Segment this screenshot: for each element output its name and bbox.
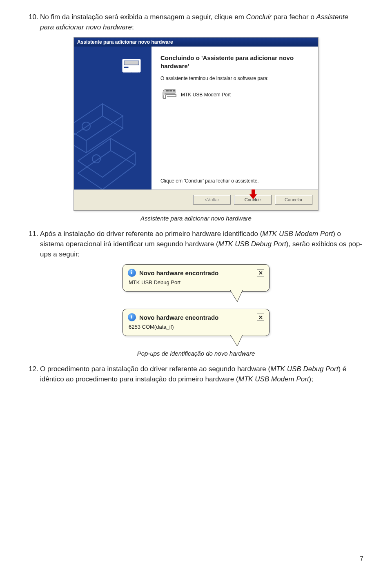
figure-caption-2: Pop-ups de identificação do novo hardwar… bbox=[29, 350, 363, 357]
wizard-subtext: O assistente terminou de instalar o soft… bbox=[160, 76, 309, 81]
hardware-name: MTK USB Modem Port bbox=[262, 230, 333, 238]
svg-rect-4 bbox=[124, 61, 139, 65]
step-12: 12. O procedimento para instalação do dr… bbox=[29, 364, 363, 384]
device-name: MTK USB Modem Port bbox=[181, 92, 231, 98]
wizard-device-row: MTK USB Modem Port bbox=[162, 88, 309, 101]
wizard-button-row: < Voltar Concluir Cancelar bbox=[74, 189, 318, 210]
back-mnemonic: V bbox=[207, 197, 210, 202]
red-arrow-indicator bbox=[249, 189, 257, 199]
step-text: O procedimento para instalação do driver… bbox=[40, 364, 363, 384]
step-number: 12. bbox=[29, 364, 40, 384]
balloon-title: Novo hardware encontrado bbox=[139, 269, 254, 276]
wizard-body: Concluindo o 'Assistente para adicionar … bbox=[74, 47, 318, 189]
back-button[interactable]: < Voltar bbox=[193, 195, 231, 205]
wizard-titlebar: Assistente para adicionar novo hardware bbox=[74, 38, 318, 47]
wizard-content: Concluindo o 'Assistente para adicionar … bbox=[151, 47, 318, 189]
svg-rect-6 bbox=[166, 90, 169, 91]
balloon-header: Novo hardware encontrado ✕ bbox=[128, 313, 264, 321]
text-part: O procedimento para instalação do driver… bbox=[40, 365, 270, 373]
text-part: No fim da instalação será exibida a mens… bbox=[40, 13, 246, 21]
svg-rect-5 bbox=[124, 67, 128, 68]
text-part: para fechar o bbox=[272, 13, 316, 21]
close-icon[interactable]: ✕ bbox=[257, 314, 264, 321]
page-number: 7 bbox=[360, 555, 363, 563]
modem-icon bbox=[162, 88, 177, 101]
info-icon bbox=[128, 313, 136, 321]
figure-caption-1: Assistente para adicionar novo hardware bbox=[29, 215, 363, 222]
hardware-wizard-dialog: Assistente para adicionar novo hardware bbox=[74, 37, 318, 211]
popup-screenshots: Novo hardware encontrado ✕ MTK USB Debug… bbox=[29, 264, 363, 346]
balloon-tail bbox=[228, 290, 245, 303]
svg-rect-7 bbox=[169, 90, 172, 91]
balloon-popup-2: Novo hardware encontrado ✕ 6253 COM(data… bbox=[122, 309, 270, 336]
step-11: 11. Após a instalação do driver referent… bbox=[29, 229, 363, 259]
text-part: Após a instalação do driver referente ao… bbox=[40, 230, 262, 238]
hardware-name: MTK USB Modem Port bbox=[238, 375, 309, 383]
hardware-name: MTK USB Debug Port bbox=[218, 240, 286, 248]
balloon-tail bbox=[228, 335, 245, 347]
balloon-subtitle: MTK USB Debug Port bbox=[129, 279, 264, 285]
wizard-sidebar-graphic bbox=[74, 47, 151, 189]
cancel-label: Cancelar bbox=[285, 197, 303, 202]
wizard-heading: Concluindo o 'Assistente para adicionar … bbox=[160, 54, 309, 70]
balloon-header: Novo hardware encontrado ✕ bbox=[128, 269, 264, 277]
step-number: 11. bbox=[29, 229, 40, 259]
action-name: Concluir bbox=[246, 13, 272, 21]
back-rest: oltar bbox=[210, 197, 219, 202]
hardware-name: MTK USB Debug Port bbox=[270, 365, 338, 373]
step-text: Após a instalação do driver referente ao… bbox=[40, 229, 363, 259]
step-10: 10. No fim da instalação será exibida a … bbox=[29, 12, 363, 32]
balloon-subtitle: 6253 COM(data_if) bbox=[129, 324, 264, 330]
close-icon[interactable]: ✕ bbox=[257, 269, 264, 276]
info-icon bbox=[128, 269, 136, 277]
balloon-popup-1: Novo hardware encontrado ✕ MTK USB Debug… bbox=[122, 264, 270, 292]
step-number: 10. bbox=[29, 12, 40, 32]
text-part: ); bbox=[309, 375, 313, 383]
step-text: No fim da instalação será exibida a mens… bbox=[40, 12, 363, 32]
balloon-title: Novo hardware encontrado bbox=[139, 314, 254, 321]
finish-button[interactable]: Concluir bbox=[234, 195, 272, 205]
wizard-screenshot: Assistente para adicionar novo hardware bbox=[29, 37, 363, 211]
svg-rect-8 bbox=[173, 90, 175, 91]
cancel-button[interactable]: Cancelar bbox=[275, 195, 312, 205]
wizard-footer-text: Clique em 'Concluir' para fechar o assis… bbox=[160, 178, 259, 184]
text-part: ; bbox=[132, 23, 134, 31]
